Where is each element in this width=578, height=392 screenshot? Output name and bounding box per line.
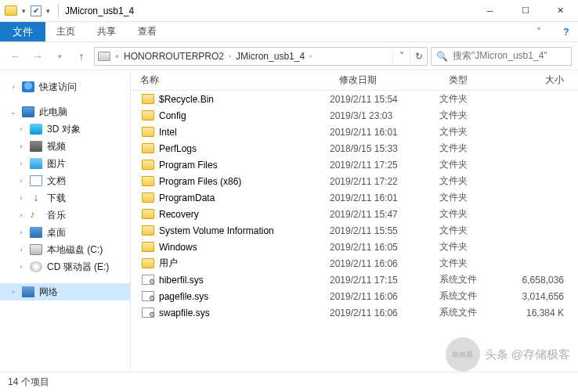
- column-headers: 名称 修改日期 类型 大小: [131, 70, 578, 91]
- chevron-right-icon[interactable]: «: [114, 52, 121, 60]
- maximize-button[interactable]: ☐: [508, 0, 543, 22]
- file-list[interactable]: $Recycle.Bin 2019/2/11 15:54 文件夹 Config …: [131, 91, 578, 371]
- chevron-right-icon[interactable]: ›: [308, 52, 313, 60]
- nav-item[interactable]: › 视频: [0, 138, 130, 155]
- file-row[interactable]: 用户 2019/2/11 16:06 文件夹: [131, 255, 578, 272]
- file-name: Windows: [159, 242, 197, 253]
- qat-more-icon[interactable]: ▾: [46, 7, 50, 15]
- file-icon: [142, 192, 154, 203]
- file-row[interactable]: Windows 2019/2/11 16:05 文件夹: [131, 239, 578, 255]
- file-row[interactable]: ProgramData 2019/2/11 16:01 文件夹: [131, 189, 578, 206]
- file-row[interactable]: Program Files 2019/2/11 17:25 文件夹: [131, 156, 578, 173]
- file-row[interactable]: Intel 2019/2/11 16:01 文件夹: [131, 124, 578, 140]
- expand-icon[interactable]: ›: [17, 177, 25, 185]
- expand-icon[interactable]: ›: [9, 83, 17, 91]
- col-type[interactable]: 类型: [439, 74, 510, 87]
- nav-item[interactable]: › ♪ 音乐: [0, 207, 130, 224]
- tab-home[interactable]: 主页: [45, 22, 86, 41]
- help-icon[interactable]: ?: [555, 22, 578, 41]
- col-size[interactable]: 大小: [510, 74, 578, 87]
- expand-icon[interactable]: ›: [17, 160, 25, 167]
- file-row[interactable]: Recovery 2019/2/11 15:47 文件夹: [131, 206, 578, 222]
- nav-item[interactable]: › 本地磁盘 (C:): [0, 241, 130, 258]
- expand-icon[interactable]: ›: [17, 194, 25, 202]
- recent-dropdown-icon[interactable]: ▾: [50, 47, 69, 66]
- expand-icon[interactable]: ›: [17, 263, 25, 271]
- file-row[interactable]: hiberfil.sys 2019/2/11 17:15 系统文件 6,658,…: [131, 272, 578, 288]
- search-input[interactable]: 🔍 搜索"JMicron_usb1_4": [431, 47, 572, 66]
- window-title: JMicron_usb1_4: [62, 5, 472, 16]
- file-icon: [142, 160, 154, 170]
- pc-icon: [22, 106, 34, 117]
- nav-item[interactable]: › 桌面: [0, 224, 130, 241]
- nav-label: 此电脑: [39, 106, 67, 119]
- nav-network[interactable]: › 网络: [0, 283, 130, 300]
- file-row[interactable]: swapfile.sys 2019/2/11 16:06 系统文件 16,384…: [131, 304, 578, 321]
- quick-access-toolbar: ▾ ✔ ▾: [0, 5, 55, 16]
- file-type: 文件夹: [439, 92, 510, 106]
- nav-item[interactable]: › CD 驱动器 (E:): [0, 258, 130, 275]
- breadcrumb-segment[interactable]: HONORROUTERPRO2: [121, 51, 227, 62]
- file-size: 3,014,656: [510, 291, 578, 302]
- nav-item[interactable]: › 图片: [0, 155, 130, 172]
- nav-item-label: 文档: [47, 174, 66, 188]
- properties-checkbox[interactable]: ✔: [31, 5, 42, 16]
- nav-item[interactable]: › 3D 对象: [0, 120, 130, 138]
- search-icon: 🔍: [436, 51, 448, 62]
- file-row[interactable]: Program Files (x86) 2019/2/11 17:22 文件夹: [131, 173, 578, 189]
- expand-icon[interactable]: ›: [17, 125, 25, 133]
- expand-icon[interactable]: ›: [17, 228, 25, 236]
- file-name: System Volume Information: [159, 225, 274, 236]
- file-size: 16,384 K: [510, 307, 578, 318]
- minimize-button[interactable]: ─: [472, 0, 508, 22]
- expand-icon[interactable]: ›: [17, 142, 25, 150]
- qat-dropdown-icon[interactable]: ▾: [22, 7, 26, 15]
- nav-item-icon: [30, 158, 42, 169]
- chevron-right-icon[interactable]: ›: [227, 52, 233, 60]
- nav-item-label: 图片: [47, 157, 66, 171]
- nav-quick-access[interactable]: › 快速访问: [0, 78, 130, 95]
- ribbon-expand-icon[interactable]: ˅: [523, 22, 555, 41]
- expand-icon[interactable]: ›: [17, 211, 25, 219]
- file-row[interactable]: pagefile.sys 2019/2/11 16:06 系统文件 3,014,…: [131, 288, 578, 304]
- tab-view[interactable]: 查看: [127, 22, 168, 41]
- file-name: swapfile.sys: [159, 307, 210, 318]
- file-size: 6,658,036: [510, 275, 578, 286]
- file-row[interactable]: Config 2019/3/1 23:03 文件夹: [131, 107, 578, 124]
- file-date: 2019/2/11 17:15: [330, 275, 439, 286]
- col-name[interactable]: 名称: [131, 74, 330, 87]
- tab-file[interactable]: 文件: [0, 22, 45, 41]
- file-icon: [142, 291, 154, 301]
- forward-button[interactable]: →: [28, 47, 47, 66]
- tab-share[interactable]: 共享: [86, 22, 127, 41]
- refresh-button[interactable]: ↻: [410, 48, 427, 65]
- expand-icon[interactable]: ›: [9, 288, 17, 296]
- file-row[interactable]: $Recycle.Bin 2019/2/11 15:54 文件夹: [131, 91, 578, 107]
- app-folder-icon[interactable]: [5, 5, 17, 16]
- expand-icon[interactable]: ›: [17, 246, 25, 254]
- file-row[interactable]: System Volume Information 2019/2/11 15:5…: [131, 222, 578, 239]
- window-controls: ─ ☐ ✕: [472, 0, 578, 22]
- breadcrumb-segment[interactable]: JMicron_usb1_4: [233, 51, 308, 62]
- file-date: 2019/2/11 15:54: [330, 94, 439, 105]
- back-button[interactable]: ←: [6, 47, 25, 66]
- file-name: Intel: [159, 127, 177, 138]
- file-icon: [142, 258, 154, 268]
- drive-icon: [98, 52, 110, 61]
- nav-item-label: 下载: [47, 192, 66, 205]
- col-date[interactable]: 修改日期: [330, 74, 439, 87]
- file-date: 2019/2/11 16:06: [330, 291, 439, 302]
- up-button[interactable]: ↑: [72, 47, 91, 66]
- file-type: 文件夹: [439, 257, 510, 270]
- nav-item[interactable]: › 文档: [0, 172, 130, 189]
- address-bar[interactable]: « HONORROUTERPRO2 › JMicron_usb1_4 › ˅ ↻: [94, 47, 428, 66]
- address-dropdown-icon[interactable]: ˅: [392, 48, 410, 65]
- close-button[interactable]: ✕: [543, 0, 578, 22]
- collapse-icon[interactable]: ⌄: [9, 108, 17, 116]
- file-icon: [142, 275, 154, 285]
- file-row[interactable]: PerfLogs 2018/9/15 15:33 文件夹: [131, 140, 578, 156]
- navigation-pane[interactable]: › 快速访问 ⌄ 此电脑 › 3D 对象› 视频› 图片› 文档› ↓ 下载› …: [0, 70, 131, 371]
- nav-this-pc[interactable]: ⌄ 此电脑: [0, 103, 130, 120]
- file-type: 系统文件: [439, 306, 510, 319]
- nav-item[interactable]: › ↓ 下载: [0, 189, 130, 207]
